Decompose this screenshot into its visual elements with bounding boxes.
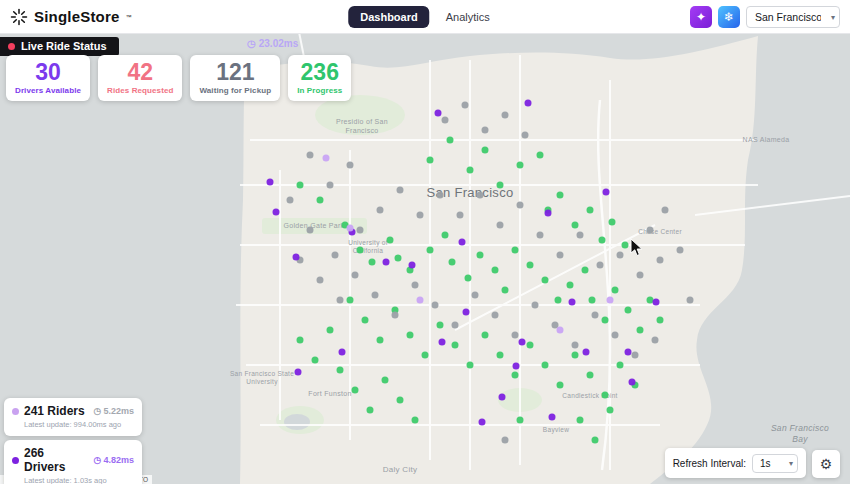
map-dot — [427, 157, 434, 164]
map-dot — [442, 117, 449, 124]
map-dot — [372, 292, 379, 299]
map-dot — [517, 162, 524, 169]
map-label: San Francisco State University — [230, 370, 294, 386]
map-dot — [352, 272, 359, 279]
map-dot — [417, 212, 424, 219]
map-dot — [477, 252, 484, 259]
map-dot — [513, 363, 520, 370]
live-indicator-dot — [8, 43, 15, 50]
spark-icon: ✦ — [696, 10, 706, 24]
map-dot — [607, 407, 614, 414]
kai-app-icon-button[interactable]: ❄ — [718, 6, 740, 28]
map-dot — [407, 332, 414, 339]
map-dot — [599, 237, 606, 244]
map-dot — [632, 352, 639, 359]
map-label: Fort Funston — [308, 390, 351, 399]
map-dot — [442, 232, 449, 239]
map-dot — [463, 309, 470, 316]
refresh-interval-select[interactable]: 1s — [752, 454, 798, 473]
map-dot — [622, 242, 629, 249]
map-dot — [603, 189, 610, 196]
map-dot — [597, 262, 604, 269]
map-dot — [629, 379, 636, 386]
map-dot — [555, 297, 562, 304]
singlestore-logo-icon — [10, 8, 28, 26]
map-dot — [617, 362, 624, 369]
map-dot — [502, 112, 509, 119]
stat-label: Waiting for Pickup — [199, 86, 271, 95]
city-select[interactable]: San Francisco — [746, 6, 840, 28]
map-dot — [357, 227, 364, 234]
riders-last-update: Latest update: 994.00ms ago — [24, 420, 134, 429]
map-dot — [347, 162, 354, 169]
map-label: NAS Alameda — [743, 136, 790, 145]
drivers-card: 266 Drivers ◷ 4.82ms Latest update: 1.03… — [4, 440, 142, 484]
stat-label: In Progress — [297, 86, 342, 95]
map-dot — [497, 352, 504, 359]
map-dot — [647, 227, 654, 234]
map-dot — [577, 417, 584, 424]
query-latency-badge: ◷ 23.02ms — [247, 38, 298, 49]
map-dot — [467, 362, 474, 369]
map-dot — [447, 137, 454, 144]
map-dot — [327, 327, 334, 334]
singlestore-brand[interactable]: SingleStore™ — [10, 8, 132, 26]
map-dot — [392, 312, 399, 319]
map-dot — [609, 219, 616, 226]
map-dot — [657, 257, 664, 264]
map-dot — [549, 414, 556, 421]
map-dot — [297, 182, 304, 189]
map-dot — [323, 155, 330, 162]
map-dot — [312, 357, 319, 364]
stat-value: 121 — [199, 59, 271, 85]
map-dot — [687, 297, 694, 304]
map-dot — [482, 127, 489, 134]
settings-button[interactable]: ⚙ — [812, 450, 840, 478]
map-dot — [347, 225, 354, 232]
drivers-dot — [12, 457, 19, 464]
map-dot — [557, 252, 564, 259]
tab-dashboard[interactable]: Dashboard — [348, 6, 429, 28]
map-dot — [497, 222, 504, 229]
map-dot — [499, 394, 506, 401]
map-dot — [383, 259, 390, 266]
map-dot — [557, 382, 564, 389]
map-dot — [467, 167, 474, 174]
map-dot — [537, 232, 544, 239]
map-dot — [637, 327, 644, 334]
riders-card: 241 Riders ◷ 5.22ms Latest update: 994.0… — [4, 398, 142, 436]
stat-card-in-progress: 236In Progress — [288, 55, 351, 101]
map-dot — [377, 337, 384, 344]
map-dot — [602, 392, 609, 399]
map-dot — [545, 210, 552, 217]
map-dot — [377, 207, 384, 214]
singlestore-app-icon-button[interactable]: ✦ — [690, 6, 712, 28]
map-label: Bayview — [543, 426, 569, 434]
map-dot — [557, 327, 564, 334]
drivers-latency: 4.82ms — [103, 455, 134, 465]
map-dot — [273, 209, 280, 216]
stat-label: Rides Requested — [107, 86, 173, 95]
map-dot — [537, 152, 544, 159]
stat-label: Drivers Available — [15, 86, 81, 95]
riders-count: 241 Riders — [24, 404, 89, 418]
tab-analytics[interactable]: Analytics — [434, 6, 502, 28]
stat-value: 30 — [15, 59, 81, 85]
latency-value: 23.02ms — [259, 38, 298, 49]
map-dot — [625, 349, 632, 356]
stat-card-waiting-for-pickup: 121Waiting for Pickup — [190, 55, 280, 101]
map-dot — [592, 437, 599, 444]
gear-icon: ⚙ — [820, 456, 833, 472]
map-dot — [465, 275, 472, 282]
map-dot — [452, 342, 459, 349]
map-dot — [572, 342, 579, 349]
map-dot — [532, 302, 539, 309]
riders-latency: 5.22ms — [103, 406, 134, 416]
map-dot — [572, 222, 579, 229]
map-dot — [337, 367, 344, 374]
map-label: University of California — [348, 239, 388, 255]
map-dot — [482, 147, 489, 154]
map-dot — [592, 312, 599, 319]
map-dot — [307, 227, 314, 234]
map-dot — [477, 192, 484, 199]
